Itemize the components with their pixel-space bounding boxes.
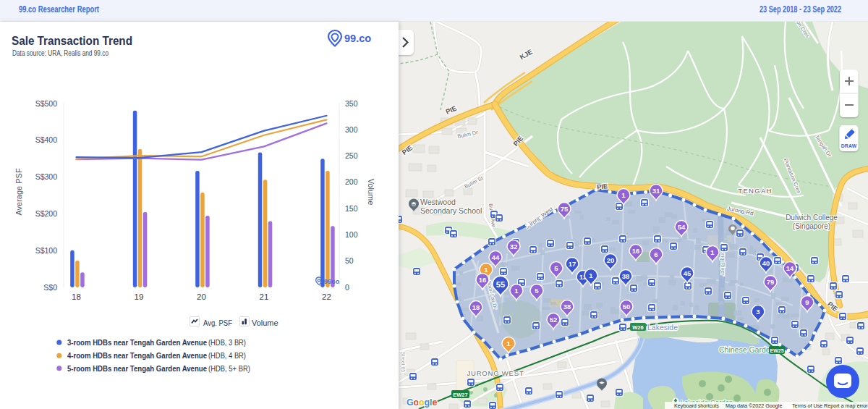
- svg-text:Chinese Garden: Chinese Garden: [719, 345, 775, 354]
- svg-text:Secondary School: Secondary School: [420, 206, 482, 215]
- svg-text:(HDB, 5+ BR): (HDB, 5+ BR): [208, 364, 250, 373]
- svg-text:16: 16: [479, 276, 487, 284]
- svg-text:21: 21: [260, 292, 269, 301]
- svg-text:1: 1: [621, 191, 626, 199]
- svg-text:75: 75: [561, 205, 569, 213]
- svg-text:Volume: Volume: [252, 319, 278, 327]
- svg-text:79: 79: [767, 278, 775, 286]
- svg-text:14: 14: [786, 264, 794, 272]
- svg-text:TENGAH: TENGAH: [738, 187, 772, 195]
- svg-text:50: 50: [345, 256, 354, 265]
- svg-text:Report a map error: Report a map error: [824, 402, 868, 409]
- svg-text:150: 150: [345, 204, 358, 213]
- svg-text:3: 3: [756, 308, 760, 316]
- svg-text:DRAW: DRAW: [841, 143, 857, 148]
- svg-text:S$200: S$200: [35, 209, 58, 218]
- svg-text:5: 5: [535, 287, 539, 295]
- svg-text:350: 350: [345, 99, 358, 108]
- svg-text:Westwood: Westwood: [420, 198, 456, 206]
- svg-text:EW25: EW25: [770, 348, 783, 353]
- svg-text:45: 45: [684, 269, 692, 277]
- svg-text:31: 31: [652, 187, 660, 195]
- svg-text:16: 16: [632, 247, 640, 255]
- svg-text:1: 1: [589, 271, 593, 279]
- svg-text:6: 6: [654, 250, 658, 258]
- svg-text:99.co Researcher Report: 99.co Researcher Report: [19, 4, 99, 14]
- svg-text:100: 100: [345, 230, 358, 239]
- svg-text:1: 1: [506, 340, 511, 347]
- svg-text:1: 1: [710, 248, 715, 256]
- svg-text:9: 9: [805, 298, 809, 306]
- svg-text:44: 44: [492, 253, 500, 261]
- svg-text:200: 200: [345, 177, 358, 186]
- svg-text:3-room HDBs near Tengah Garden: 3-room HDBs near Tengah Garden Avenue: [67, 338, 207, 347]
- svg-text:5-room HDBs near Tengah Garden: 5-room HDBs near Tengah Garden Avenue: [67, 364, 207, 373]
- svg-text:Sale Transaction Trend: Sale Transaction Trend: [12, 34, 132, 48]
- svg-text:1: 1: [484, 266, 488, 274]
- svg-text:Volume: Volume: [367, 179, 375, 206]
- svg-text:S$500: S$500: [35, 99, 58, 108]
- svg-text:4-room HDBs near Tengah Garden: 4-room HDBs near Tengah Garden Avenue: [67, 351, 207, 360]
- svg-text:e: e: [433, 397, 438, 408]
- svg-text:Map data ©2022 Google: Map data ©2022 Google: [726, 402, 782, 409]
- svg-text:Average PSF: Average PSF: [14, 168, 23, 216]
- svg-text:20: 20: [607, 256, 615, 264]
- svg-text:(Singapore): (Singapore): [793, 222, 830, 230]
- svg-text:99co: 99co: [324, 277, 340, 285]
- svg-text:18: 18: [72, 292, 81, 301]
- svg-text:19: 19: [135, 292, 144, 301]
- svg-text:G: G: [407, 397, 414, 408]
- svg-text:Avg. PSF: Avg. PSF: [203, 319, 232, 327]
- svg-text:(HDB, 4 BR): (HDB, 4 BR): [208, 351, 246, 360]
- svg-text:0: 0: [345, 283, 349, 292]
- svg-text:99.co: 99.co: [344, 33, 371, 44]
- svg-text:Dulwich College: Dulwich College: [786, 214, 838, 222]
- svg-text:38: 38: [622, 272, 630, 280]
- svg-text:Data source: URA, Realis and 9: Data source: URA, Realis and 99.co: [12, 49, 109, 57]
- svg-text:Street 65: Street 65: [401, 352, 406, 373]
- svg-text:40: 40: [762, 259, 770, 267]
- svg-text:Terms of Use: Terms of Use: [792, 402, 822, 409]
- svg-text:Keyboard shortcuts: Keyboard shortcuts: [674, 402, 719, 409]
- svg-text:250: 250: [345, 151, 358, 160]
- svg-text:S$100: S$100: [35, 246, 58, 255]
- svg-text:38: 38: [563, 303, 571, 311]
- svg-text:50: 50: [623, 303, 631, 311]
- svg-text:(HDB, 3 BR): (HDB, 3 BR): [208, 338, 246, 347]
- svg-text:Lakeside: Lakeside: [647, 323, 678, 332]
- svg-text:1: 1: [514, 287, 519, 295]
- svg-text:20: 20: [197, 292, 206, 301]
- svg-text:32: 32: [510, 243, 518, 250]
- svg-text:EW27: EW27: [453, 392, 467, 398]
- svg-text:22: 22: [322, 292, 331, 301]
- svg-text:JURONG WEST: JURONG WEST: [467, 369, 524, 377]
- svg-text:300: 300: [345, 125, 358, 134]
- svg-text:23 Sep 2018 - 23 Sep 2022: 23 Sep 2018 - 23 Sep 2022: [760, 4, 841, 14]
- svg-text:55: 55: [496, 280, 506, 289]
- svg-text:17: 17: [569, 260, 576, 268]
- svg-text:PIE: PIE: [596, 182, 608, 191]
- svg-text:S$300: S$300: [35, 172, 58, 181]
- svg-text:52: 52: [550, 316, 558, 324]
- svg-text:5: 5: [554, 264, 558, 272]
- svg-text:g: g: [425, 397, 430, 408]
- svg-text:54: 54: [678, 223, 686, 231]
- svg-text:S$400: S$400: [35, 135, 58, 144]
- svg-text:S$0: S$0: [43, 283, 57, 292]
- svg-text:W26: W26: [632, 324, 643, 331]
- svg-text:18: 18: [472, 303, 480, 311]
